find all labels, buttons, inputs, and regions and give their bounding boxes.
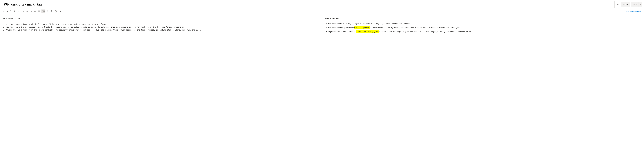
svg-text:A: A <box>3 11 4 12</box>
mention-button[interactable]: # <box>46 9 50 13</box>
bold-button[interactable]: B <box>8 9 12 13</box>
numbered-list-button[interactable]: 123 <box>29 9 33 13</box>
close-button[interactable]: Close <box>621 2 630 6</box>
save-button[interactable]: Save <box>630 2 638 6</box>
code-button[interactable] <box>21 9 25 13</box>
heading-format-button[interactable]: A <box>2 9 6 13</box>
preview-heading: Prerequisites <box>325 17 642 20</box>
markdown-supported-link[interactable]: Markdown supported. <box>626 10 642 12</box>
svg-text:Abc: Abc <box>42 11 44 12</box>
preview-pane: Prerequisites You must have a team proje… <box>322 15 644 53</box>
svg-point-5 <box>618 5 618 5</box>
preview-list: You must have a team project. If you don… <box>325 22 642 33</box>
checklist-button[interactable] <box>33 9 37 13</box>
italic-button[interactable]: I <box>12 9 16 13</box>
save-dropdown-button[interactable] <box>638 2 642 6</box>
link-button[interactable] <box>17 9 20 13</box>
svg-text:3: 3 <box>30 11 30 12</box>
svg-point-33 <box>60 11 61 11</box>
page-title-input[interactable] <box>2 1 615 8</box>
svg-rect-22 <box>38 11 40 12</box>
heading-dropdown-button[interactable] <box>6 9 8 13</box>
table-button[interactable] <box>37 9 41 13</box>
svg-point-3 <box>618 4 619 5</box>
svg-point-32 <box>60 11 60 11</box>
markdown-editor[interactable]: ## Prerequisites 1. You must have a team… <box>2 17 320 31</box>
svg-point-1 <box>618 4 618 4</box>
svg-point-31 <box>59 11 60 11</box>
paste-button[interactable] <box>54 9 58 13</box>
bulleted-list-button[interactable] <box>25 9 29 13</box>
list-item: Anyone who is a member of the Contributo… <box>328 30 642 33</box>
highlight-button[interactable]: Abc <box>42 9 45 13</box>
list-item: You must have a team project. If you don… <box>328 22 642 25</box>
attachment-button[interactable] <box>50 9 54 13</box>
more-button[interactable] <box>58 9 62 13</box>
list-item: You must have the permission Create Repo… <box>328 26 642 29</box>
view-options-icon[interactable] <box>616 2 620 6</box>
